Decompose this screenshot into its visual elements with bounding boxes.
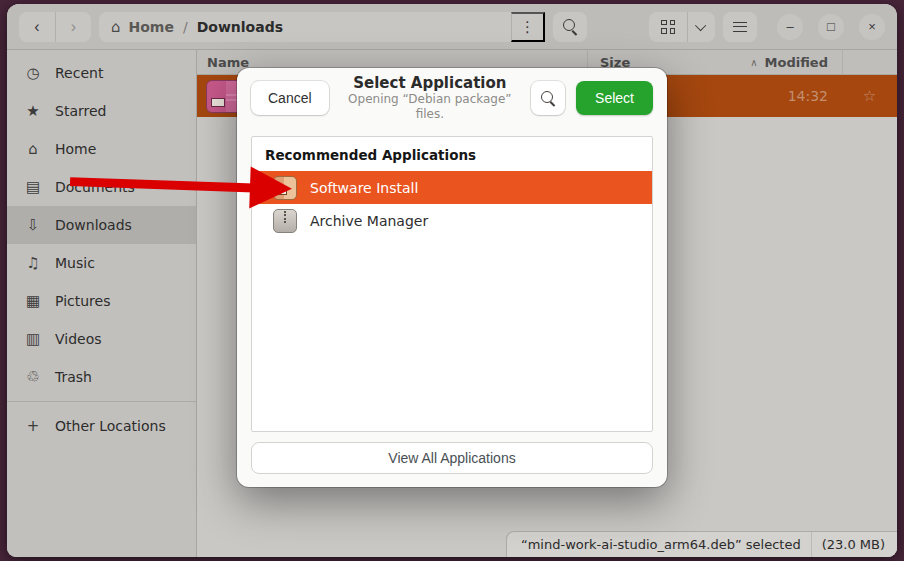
sidebar-item-other-locations[interactable]: + Other Locations [7, 407, 196, 445]
trash-icon: ♲ [24, 368, 42, 386]
sidebar-item-label: Music [55, 255, 95, 271]
sidebar-item-label: Videos [55, 331, 102, 347]
sidebar-item-downloads[interactable]: ⇩ Downloads [7, 206, 196, 244]
breadcrumb-home[interactable]: Home [129, 19, 174, 35]
sidebar-item-recent[interactable]: ◷ Recent [7, 54, 196, 92]
sidebar-item-videos[interactable]: ▥ Videos [7, 320, 196, 358]
search-icon [563, 19, 578, 34]
sidebar-item-trash[interactable]: ♲ Trash [7, 358, 196, 396]
star-outline-icon: ☆ [863, 87, 876, 105]
dialog-header: Cancel Select Application Opening “Debia… [237, 68, 667, 128]
path-context-menu-button[interactable]: ⋮ [511, 12, 545, 42]
headerbar: ‹ › ⌂ Home / Downloads ⋮ – □ × [7, 4, 897, 50]
sidebar-item-starred[interactable]: ★ Starred [7, 92, 196, 130]
document-icon: ▤ [24, 178, 42, 196]
clock-icon: ◷ [24, 64, 42, 82]
status-bar: “mind-work-ai-studio_arm64.deb” selected… [506, 531, 897, 557]
sidebar-item-label: Recent [55, 65, 103, 81]
plus-icon: + [24, 417, 42, 435]
view-options-dropdown[interactable] [687, 12, 715, 42]
status-selected-text: “mind-work-ai-studio_arm64.deb” selected [507, 537, 811, 552]
grid-view-button[interactable] [649, 12, 687, 42]
sidebar-item-label: Trash [55, 369, 92, 385]
archive-manager-icon [273, 209, 297, 233]
sidebar: ◷ Recent ★ Starred ⌂ Home ▤ Documents ⇩ … [7, 50, 197, 557]
minimize-icon: – [786, 19, 793, 34]
search-button[interactable] [553, 12, 587, 42]
chevron-down-icon [694, 19, 705, 30]
column-header-star [842, 50, 897, 74]
sidebar-item-label: Starred [55, 103, 106, 119]
breadcrumb[interactable]: ⌂ Home / Downloads ⋮ [99, 12, 545, 42]
star-icon: ★ [24, 102, 42, 120]
breadcrumb-separator: / [183, 19, 188, 35]
status-selected-size: (23.0 MB) [811, 532, 897, 557]
cancel-button[interactable]: Cancel [251, 81, 329, 115]
sidebar-item-documents[interactable]: ▤ Documents [7, 168, 196, 206]
app-name: Software Install [310, 180, 418, 196]
app-row-archive-manager[interactable]: Archive Manager [252, 204, 652, 237]
select-button[interactable]: Select [576, 81, 653, 115]
close-button[interactable]: × [859, 14, 885, 40]
application-list: Recommended Applications Software Instal… [251, 136, 653, 432]
window-controls: – □ × [777, 14, 885, 40]
view-all-applications-button[interactable]: View All Applications [251, 442, 653, 474]
recommended-applications-header: Recommended Applications [252, 137, 652, 171]
sidebar-item-label: Documents [55, 179, 135, 195]
dialog-title: Select Application [340, 74, 520, 93]
music-note-icon: ♫ [24, 254, 42, 272]
sidebar-divider [7, 401, 196, 402]
column-header-modified[interactable]: ∧ Modified [682, 50, 842, 74]
hamburger-icon [733, 22, 747, 32]
picture-icon: ▦ [24, 292, 42, 310]
back-button[interactable]: ‹ [19, 12, 55, 42]
sidebar-item-label: Downloads [55, 217, 132, 233]
navigation-buttons: ‹ › [19, 12, 91, 42]
select-application-dialog: Cancel Select Application Opening “Debia… [237, 68, 667, 487]
view-toggle-split-button [649, 12, 715, 42]
sort-ascending-icon: ∧ [750, 57, 757, 68]
home-icon: ⌂ [24, 140, 42, 158]
sidebar-item-pictures[interactable]: ▦ Pictures [7, 282, 196, 320]
main-menu-button[interactable] [723, 12, 757, 42]
dialog-titles: Select Application Opening “Debian packa… [340, 74, 520, 123]
back-icon: ‹ [34, 18, 39, 36]
dialog-search-button[interactable] [531, 81, 565, 115]
maximize-icon: □ [827, 19, 835, 34]
sidebar-item-label: Other Locations [55, 418, 166, 434]
film-icon: ▥ [24, 330, 42, 348]
search-icon [541, 91, 556, 106]
file-star-cell[interactable]: ☆ [842, 75, 897, 117]
forward-button[interactable]: › [55, 12, 91, 42]
sidebar-item-home[interactable]: ⌂ Home [7, 130, 196, 168]
column-header-modified-label: Modified [765, 55, 828, 70]
close-icon: × [868, 19, 876, 34]
dialog-subtitle: Opening “Debian package” files. [340, 92, 520, 122]
download-icon: ⇩ [24, 216, 42, 234]
sidebar-item-label: Pictures [55, 293, 110, 309]
app-row-software-install[interactable]: Software Install [252, 171, 652, 204]
forward-icon: › [71, 18, 76, 36]
home-icon: ⌂ [111, 18, 121, 36]
app-name: Archive Manager [310, 213, 428, 229]
sidebar-item-music[interactable]: ♫ Music [7, 244, 196, 282]
file-modified-cell: 14:32 [682, 75, 842, 117]
maximize-button[interactable]: □ [818, 14, 844, 40]
sidebar-item-label: Home [55, 141, 96, 157]
more-vertical-icon: ⋮ [520, 18, 535, 36]
grid-view-icon [661, 20, 675, 34]
minimize-button[interactable]: – [777, 14, 803, 40]
breadcrumb-current[interactable]: Downloads [197, 19, 283, 35]
software-install-icon [273, 176, 297, 200]
